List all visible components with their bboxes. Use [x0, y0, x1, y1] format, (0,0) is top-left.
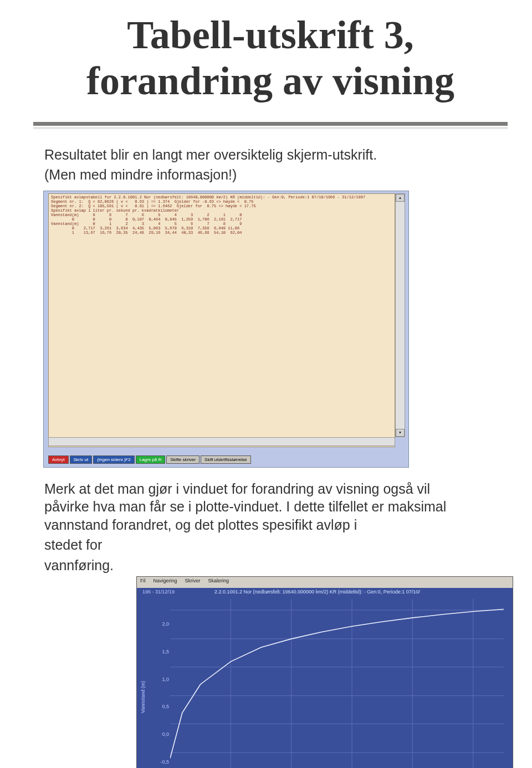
- menu-skriver[interactable]: Skriver: [185, 578, 201, 587]
- shot2-ylabel: Vannstand (m): [140, 680, 146, 713]
- menu-skalering[interactable]: Skalering: [208, 578, 229, 587]
- shot2-sub: 196 - 31/12/19: [142, 589, 175, 595]
- shot1-data2: Vannstand(m) 0 1 2 3 4 5 6 7 8 9: [51, 222, 242, 226]
- para2: Merk at det man gjør i vinduet for foran…: [44, 480, 477, 534]
- button-skift-utskrift[interactable]: Skift utskriftsstørrelse: [201, 455, 250, 464]
- ytick: 0,5: [156, 704, 169, 709]
- body-text-2: Merk at det man gjør i vinduet for foran…: [44, 480, 477, 575]
- scroll-down-icon[interactable]: ▾: [396, 429, 405, 437]
- shot2-plot-area: [170, 599, 504, 768]
- shot1-data1: 0 0 0 0 0,107 0,464 0,845 1,259 1,706 2,…: [51, 217, 242, 222]
- shot1-scrollbar-horizontal[interactable]: [48, 437, 395, 446]
- shot1-canvas: Spesifikt avløpstabell for 2.2.0.1001.2 …: [48, 193, 395, 447]
- shot1-data4: 1 13,67 16,76 20,35 24,48 29,16 34,44 40…: [51, 231, 242, 235]
- para2-tail1: stedet for: [44, 536, 477, 554]
- screenshot-table-output: Spesifikt avløpstabell for 2.2.0.1001.2 …: [43, 191, 409, 468]
- menu-navigering[interactable]: Navigering: [154, 578, 177, 587]
- para1-line2: (Men med mindre informasjon!): [44, 166, 477, 184]
- shot2-header: 2.2.0.1001.2 Nor (nedbørsfelt: 19640.000…: [214, 589, 507, 595]
- ytick: 2,0: [156, 621, 169, 627]
- shot1-rowh2: Vannstand(m) 9 8 7 6 5 4 3 2 1 0: [51, 213, 242, 217]
- para2-tail2: vannføring.: [44, 556, 477, 575]
- shot1-text: Spesifikt avløpstabell for 2.2.0.1001.2 …: [51, 195, 392, 235]
- button-avbryt[interactable]: Avbryt: [48, 455, 69, 464]
- scroll-up-icon[interactable]: ▴: [396, 194, 405, 202]
- button-skifte-skriver[interactable]: Skifte skriver: [166, 455, 200, 464]
- shot2-yticks: 2,0 1,5 1,0 0,5 0,0 -0,5 -1,0: [156, 599, 169, 768]
- divider: [33, 122, 508, 129]
- shot2-menubar: Fil Navigering Skriver Skalering: [137, 577, 513, 588]
- shot1-seg1: Segment nr. 1: Q < 82,0826 ( v < 0.63 ) …: [51, 199, 253, 204]
- screenshot-plot-window: Fil Navigering Skriver Skalering 196 - 3…: [136, 576, 513, 768]
- shot1-seg2: Segment nr. 2: Q < 105,591 ( v < 0.81 ) …: [51, 204, 256, 208]
- shot1-data3: 0 2,717 3,261 3,834 4,435 5,063 5,670 6,…: [51, 226, 239, 231]
- button-ingen-sidenr[interactable]: (Ingen sidenr.)F2: [93, 455, 134, 464]
- shot1-button-bar: Avbryt Skriv ut (Ingen sidenr.)F2 Lagre …: [48, 455, 251, 464]
- shot1-header: Spesifikt avløpstabell for 2.2.0.1001.2 …: [51, 195, 365, 199]
- slide-page: Tabell-utskrift 3, forandring av visning…: [0, 0, 532, 768]
- button-skriv-ut[interactable]: Skriv ut: [70, 455, 93, 464]
- menu-fil[interactable]: Fil: [140, 578, 146, 587]
- plot-svg: [170, 599, 504, 768]
- shot1-rowh1: Spesifikt avløp i liter pr. sekund pr. k…: [51, 208, 179, 213]
- button-lagre-pa-fil[interactable]: Lagre på fil: [136, 455, 166, 464]
- shot1-scrollbar-vertical[interactable]: ▴ ▾: [395, 193, 405, 437]
- body-text: Resultatet blir en langt mer oversikteli…: [44, 146, 477, 184]
- slide-title: Tabell-utskrift 3, forandring av visning: [33, 12, 508, 104]
- para1-line1: Resultatet blir en langt mer oversikteli…: [44, 146, 477, 164]
- ytick: 1,0: [156, 677, 169, 682]
- ytick: 1,5: [156, 649, 169, 654]
- ytick: -0,5: [156, 759, 169, 765]
- ytick: 0,0: [156, 731, 169, 737]
